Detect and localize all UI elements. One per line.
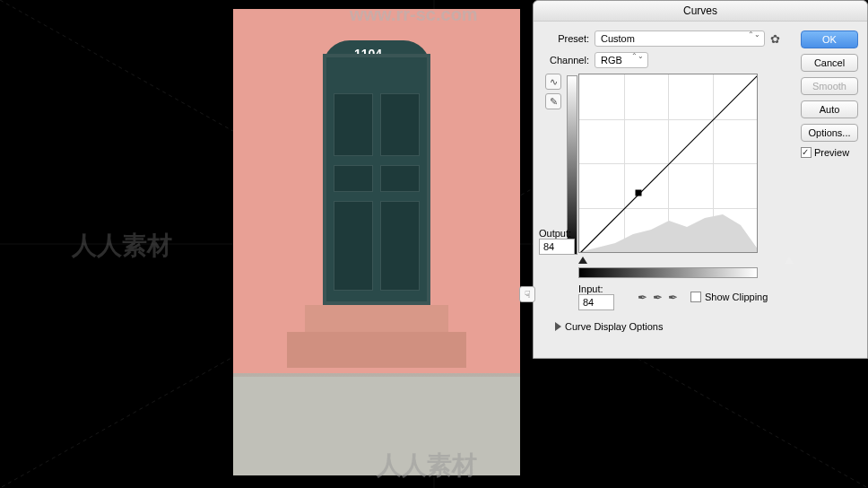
preview-checkbox[interactable] bbox=[801, 147, 812, 158]
curve-display-options-label: Curve Display Options bbox=[565, 321, 663, 332]
output-field[interactable] bbox=[539, 239, 575, 255]
input-field[interactable] bbox=[578, 294, 614, 310]
canvas-workspace: 1104 www.rr-sc.com 人人素材 人人素材 人人素材 Curves… bbox=[0, 0, 868, 488]
pencil-tool-icon[interactable]: ✎ bbox=[545, 93, 561, 109]
gear-icon[interactable]: ✿ bbox=[770, 32, 780, 46]
preset-label: Preset: bbox=[544, 33, 589, 44]
white-point-slider[interactable] bbox=[785, 257, 794, 264]
dialog-title: Curves bbox=[534, 1, 867, 22]
watermark-bottom: 人人素材 bbox=[377, 449, 477, 483]
curve-line bbox=[579, 74, 757, 252]
options-button[interactable]: Options... bbox=[801, 124, 858, 142]
hand-tool-icon[interactable]: ☟ bbox=[519, 286, 535, 302]
show-clipping-label: Show Clipping bbox=[705, 292, 768, 302]
preset-select[interactable]: Custom bbox=[595, 30, 765, 47]
watermark-left: 人人素材 bbox=[72, 229, 172, 263]
curve-tool-icon[interactable]: ∿ bbox=[545, 74, 561, 90]
output-label: Output: bbox=[539, 228, 571, 239]
input-label: Input: bbox=[578, 283, 611, 294]
step-upper bbox=[305, 305, 448, 332]
channel-select[interactable]: RGB bbox=[595, 52, 648, 68]
eyedropper-gray-icon[interactable]: ✒ bbox=[653, 291, 663, 304]
show-clipping-checkbox[interactable] bbox=[690, 292, 701, 302]
cancel-button[interactable]: Cancel bbox=[801, 54, 858, 72]
eyedropper-black-icon[interactable]: ✒ bbox=[638, 291, 647, 304]
curve-graph[interactable] bbox=[578, 74, 758, 253]
eyedropper-white-icon[interactable]: ✒ bbox=[668, 291, 678, 304]
input-gradient bbox=[578, 267, 758, 278]
curves-dialog: Curves Preset: Custom ✿ Channel: RGB ∿ ✎ bbox=[533, 0, 868, 359]
door bbox=[323, 54, 430, 305]
disclosure-arrow-icon[interactable] bbox=[555, 322, 561, 331]
document-image[interactable]: 1104 bbox=[233, 9, 520, 475]
watermark-url: www.rr-sc.com bbox=[350, 4, 478, 25]
curve-control-point[interactable] bbox=[636, 190, 642, 196]
preview-label: Preview bbox=[814, 147, 849, 158]
channel-label: Channel: bbox=[544, 55, 589, 65]
ok-button[interactable]: OK bbox=[801, 30, 858, 48]
smooth-button[interactable]: Smooth bbox=[801, 77, 858, 95]
black-point-slider[interactable] bbox=[578, 257, 587, 264]
auto-button[interactable]: Auto bbox=[801, 100, 858, 118]
step-lower bbox=[287, 332, 466, 368]
svg-line-4 bbox=[579, 74, 757, 252]
